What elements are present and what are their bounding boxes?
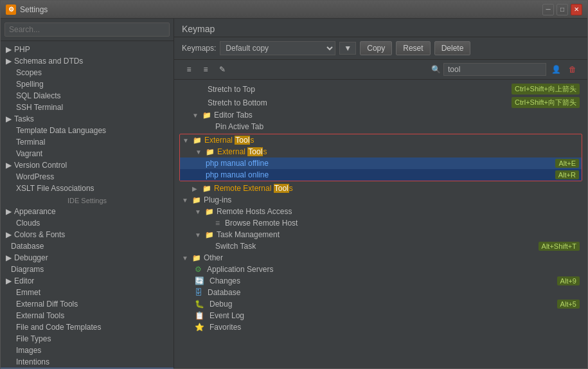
sidebar-item-ext-tools[interactable]: External Tools [1, 310, 174, 321]
tree-item-left: 🔄 Changes [182, 276, 240, 285]
tree-item-pin-tab[interactable]: Pin Active Tab [174, 121, 587, 132]
tree-item-browse-remote[interactable]: ≡ Browse Remote Host [174, 217, 587, 229]
sidebar-search-box[interactable] [1, 19, 174, 41]
sidebar-item-label: Images [16, 346, 41, 355]
arrow-icon: ▶ [6, 253, 12, 262]
sidebar-item-label: External Diff Tools [16, 300, 78, 309]
tree-content: Stretch to Top Ctrl+Shift+向上箭头 Stretch t… [174, 80, 587, 368]
tree-item-favorites[interactable]: ⭐ Favorites [174, 321, 587, 333]
tree-item-remote-hosts[interactable]: ▼ 📁 Remote Hosts Access [174, 206, 587, 217]
reset-button[interactable]: Reset [396, 41, 430, 55]
sidebar-item-label: Colors & Fonts [14, 230, 65, 239]
actions-left: ≡ ≡ ✎ [182, 62, 229, 76]
tree-item-label: Favorites [209, 323, 241, 332]
tree-item-left: Stretch to Bottom [182, 98, 267, 107]
tree-item-label: Browse Remote Host [225, 219, 298, 228]
tree-item-event-log[interactable]: 📋 Event Log [174, 310, 587, 321]
keymaps-dropdown[interactable]: ▼ [339, 42, 356, 55]
sidebar-item-xslt[interactable]: XSLT File Associations [1, 183, 174, 194]
sidebar-search-input[interactable] [4, 22, 170, 37]
external-tools-group: ▼ 📁 External Tools ▼ 📁 External Tools [179, 134, 582, 181]
tree-item-external-tools-0[interactable]: ▼ 📁 External Tools [180, 134, 582, 146]
tree-item-other[interactable]: ▼ 📁 Other [174, 252, 587, 264]
sidebar-item-intentions[interactable]: Intentions [1, 356, 174, 368]
sidebar-item-diagrams[interactable]: Diagrams [1, 264, 174, 275]
tree-item-left: 🐛 Debug [182, 300, 232, 309]
sidebar-item-label: SSH Terminal [16, 103, 63, 112]
tree-item-left: ▼ 📁 Task Management [182, 230, 280, 239]
sidebar-item-schemas[interactable]: ▶ Schemas and DTDs [1, 55, 174, 67]
tree-item-database[interactable]: 🗄 Database [174, 287, 587, 298]
sidebar-item-database[interactable]: Database [1, 240, 174, 252]
sidebar-item-emmet[interactable]: Emmet [1, 287, 174, 298]
tree-item-debug[interactable]: 🐛 Debug Alt+5 [174, 298, 587, 310]
close-button[interactable]: ✕ [571, 4, 582, 15]
arrow-icon: ▶ [6, 57, 12, 66]
sidebar-item-php[interactable]: ▶ PHP [1, 44, 174, 55]
tree-item-changes[interactable]: 🔄 Changes Alt+9 [174, 275, 587, 287]
tree-item-label: php manual offline [206, 159, 269, 168]
tree-item-remote-ext-tools[interactable]: ▶ 📁 Remote External Tools [174, 183, 587, 194]
collapse-all-button[interactable]: ≡ [199, 62, 213, 76]
sidebar-item-file-types[interactable]: File Types [1, 333, 174, 345]
sidebar-item-ext-diff[interactable]: External Diff Tools [1, 298, 174, 310]
tree-item-stretch-top[interactable]: Stretch to Top Ctrl+Shift+向上箭头 [174, 82, 587, 96]
tree-item-plugins[interactable]: ▼ 📁 Plug-ins [174, 194, 587, 206]
server-icon: ⚙ [195, 265, 202, 274]
tree-item-task-mgmt[interactable]: ▼ 📁 Task Management [174, 229, 587, 240]
expand-all-button[interactable]: ≡ [182, 62, 196, 76]
tree-item-switch-task[interactable]: Switch Task Alt+Shift+T [174, 240, 587, 252]
sidebar-item-images[interactable]: Images [1, 345, 174, 356]
tree-item-php-online[interactable]: php manual online Alt+R [180, 169, 582, 181]
delete-button[interactable]: Delete [434, 41, 471, 55]
tree-item-stretch-bottom[interactable]: Stretch to Bottom Ctrl+Shift+向下箭头 [174, 96, 587, 109]
tree-item-label: Debug [209, 300, 232, 309]
shortcut-badge: Ctrl+Shift+向下箭头 [512, 97, 580, 108]
database-icon: 🗄 [195, 288, 202, 297]
tree-item-app-servers[interactable]: ⚙ Application Servers [174, 264, 587, 275]
sidebar-item-file-code[interactable]: File and Code Templates [1, 321, 174, 333]
list-icon: ≡ [215, 219, 220, 228]
minimize-button[interactable]: ─ [542, 4, 554, 15]
sidebar-item-debugger[interactable]: ▶ Debugger [1, 252, 174, 264]
sidebar-item-editor[interactable]: ▶ Editor [1, 275, 174, 287]
search-icon: 🔍 [431, 65, 441, 74]
sidebar-item-colors[interactable]: ▶ Colors & Fonts [1, 229, 174, 240]
sidebar-item-label: Database [11, 242, 44, 251]
sidebar-item-vcs[interactable]: ▶ Version Control [1, 159, 174, 171]
search-user-icon[interactable]: 👤 [549, 62, 563, 76]
expand-arrow-icon: ▼ [182, 197, 190, 204]
tree-item-editor-tabs[interactable]: ▼ 📁 Editor Tabs [174, 109, 587, 121]
tree-item-external-tools-1[interactable]: ▼ 📁 External Tools [180, 146, 582, 158]
sidebar-item-template[interactable]: Template Data Languages [1, 125, 174, 136]
sidebar-item-label: Scopes [16, 68, 42, 77]
tree-item-php-offline[interactable]: php manual offline Alt+E [180, 158, 582, 169]
copy-button[interactable]: Copy [360, 41, 392, 55]
sidebar-item-label: Appearance [14, 207, 56, 216]
sidebar-item-label: Clouds [16, 219, 40, 228]
sidebar-item-spelling[interactable]: Spelling [1, 78, 174, 90]
sidebar-tree: ▶ PHP ▶ Schemas and DTDs Scopes Spelling… [1, 41, 174, 368]
shortcut-badge: Alt+Shift+T [539, 242, 580, 251]
sidebar-item-sql[interactable]: SQL Dialects [1, 90, 174, 102]
keymaps-select[interactable]: Default copy [220, 41, 335, 55]
sidebar-item-appearance[interactable]: ▶ Appearance [1, 206, 174, 217]
sidebar-item-ssh[interactable]: SSH Terminal [1, 102, 174, 113]
edit-icon-button[interactable]: ✎ [215, 62, 229, 76]
highlight-tool: Tool [247, 147, 263, 156]
sidebar-item-tasks[interactable]: ▶ Tasks [1, 113, 174, 125]
maximize-button[interactable]: □ [557, 4, 568, 15]
sidebar-item-clouds[interactable]: Clouds [1, 217, 174, 229]
event-log-icon: 📋 [195, 311, 204, 320]
tree-item-left: 📋 Event Log [182, 311, 244, 320]
window-title: Settings [20, 5, 48, 14]
tree-item-label: Application Servers [207, 265, 273, 274]
sidebar-item-wordpress[interactable]: WordPress [1, 171, 174, 183]
sidebar-item-scopes[interactable]: Scopes [1, 67, 174, 78]
tree-item-left: Pin Active Tab [182, 122, 263, 131]
sidebar-item-terminal[interactable]: Terminal [1, 136, 174, 148]
keymap-search-input[interactable] [443, 63, 546, 76]
sidebar-item-keymap[interactable]: Keymap [1, 368, 174, 368]
sidebar-item-vagrant[interactable]: Vagrant [1, 148, 174, 159]
clear-search-button[interactable]: 🗑 [566, 62, 580, 76]
